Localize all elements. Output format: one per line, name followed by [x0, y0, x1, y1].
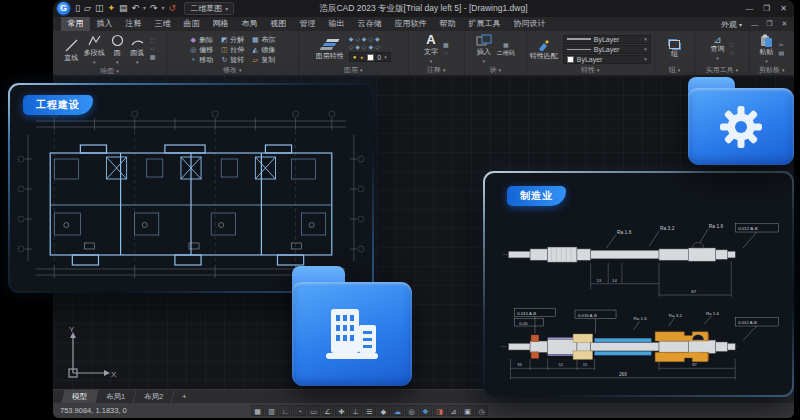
tool-explode[interactable]: ◩分解: [220, 35, 244, 44]
group-label-block[interactable]: 块 ▾: [465, 65, 526, 75]
maximize-button[interactable]: ❐: [758, 0, 775, 17]
snap-toggle-icon[interactable]: ▥: [265, 405, 278, 416]
tab-layout1[interactable]: 布局1: [95, 390, 136, 403]
lineweight-toggle-icon[interactable]: ☰: [363, 405, 376, 416]
undo-icon[interactable]: ↶: [131, 1, 139, 16]
tab-help[interactable]: 帮助: [433, 17, 462, 31]
engineering-folder[interactable]: [292, 266, 412, 386]
svg-text:87: 87: [691, 289, 697, 294]
minimize-button[interactable]: —: [741, 0, 758, 17]
tab-home[interactable]: 常用: [61, 17, 90, 31]
osnap-toggle-icon[interactable]: ▭: [307, 405, 320, 416]
group-label-annotate[interactable]: 注释 ▾: [409, 65, 464, 75]
undo-caret-icon[interactable]: ▾: [143, 1, 146, 16]
layer-tools-row[interactable]: ◆◇◆◇◆: [349, 36, 391, 43]
measure-tool[interactable]: ⊿ 查询 ▾: [711, 36, 725, 62]
layer-properties-button[interactable]: 图层特性: [316, 38, 344, 60]
tab-insert[interactable]: 插入: [90, 17, 119, 31]
tool-circle[interactable]: 圆 ▾: [110, 33, 125, 66]
group-label-group[interactable]: 组 ▾: [655, 65, 695, 75]
style-icon[interactable]: ✦: [107, 1, 115, 16]
tab-apps[interactable]: 应用软件: [388, 17, 433, 31]
svg-text:0.05: 0.05: [519, 321, 528, 326]
tool-copy[interactable]: ▱复制: [251, 55, 275, 64]
layer-dropdown[interactable]: ● ✦ 0 ▾: [349, 52, 391, 62]
tool-stretch[interactable]: ◫拉伸: [220, 45, 244, 54]
tab-view[interactable]: 视图: [264, 17, 293, 31]
color-dropdown[interactable]: ByLayer▾: [563, 55, 651, 64]
group-tool[interactable]: 组: [669, 40, 680, 58]
clipboard-extra-tools[interactable]: ✂ ▤: [778, 42, 784, 57]
group-label-modify[interactable]: 修改 ▾: [167, 65, 297, 75]
group-label-layer[interactable]: 图层 ▾: [299, 65, 408, 75]
new-file-icon[interactable]: ▯: [75, 1, 80, 16]
draw-extra-tools[interactable]: ∷ ◌ ▩: [150, 38, 156, 61]
tab-cloud[interactable]: 云存储: [351, 17, 388, 31]
quick-view-icon[interactable]: ◎: [405, 405, 418, 416]
tab-manage[interactable]: 管理: [293, 17, 322, 31]
tab-3d[interactable]: 三维: [148, 17, 177, 31]
tool-polyline[interactable]: 多段线 ▾: [84, 33, 105, 66]
tool-move[interactable]: +移动: [189, 55, 213, 64]
layer-tools-row[interactable]: ◇◆◇◆◇: [349, 44, 391, 51]
match-properties-tool[interactable]: 特性匹配: [530, 39, 558, 60]
tab-surface[interactable]: 曲面: [177, 17, 206, 31]
gstarcad-logo-icon[interactable]: G: [57, 2, 70, 15]
tab-layout2[interactable]: 布局2: [134, 390, 175, 403]
group-label-utilities[interactable]: 实用工具 ▾: [695, 65, 748, 75]
tab-annotate[interactable]: 注释: [119, 17, 148, 31]
block-extra-tools[interactable]: ▦ 二维码: [497, 42, 515, 57]
print-icon[interactable]: ▤: [119, 1, 128, 16]
tab-collab[interactable]: 协同设计: [507, 17, 552, 31]
tool-erase[interactable]: ◆删除: [189, 35, 213, 44]
tab-layout[interactable]: 布局: [235, 17, 264, 31]
close-button[interactable]: ✕: [775, 0, 792, 17]
transparency-toggle-icon[interactable]: ◆: [377, 405, 390, 416]
tool-line[interactable]: 直线: [64, 38, 79, 62]
orbit-icon[interactable]: ↺: [169, 1, 177, 16]
workspace-icon[interactable]: ❖: [419, 405, 432, 416]
grid-toggle-icon[interactable]: ▦: [251, 405, 264, 416]
tool-label: 插入: [477, 48, 491, 56]
doc-restore-button[interactable]: ❐: [763, 20, 776, 28]
appearance-menu[interactable]: 外观 ▾: [721, 19, 746, 30]
tab-mesh[interactable]: 网格: [206, 17, 235, 31]
redo-caret-icon[interactable]: ▾: [162, 1, 165, 16]
ortho-toggle-icon[interactable]: ∟: [279, 405, 292, 416]
save-icon[interactable]: ◫: [95, 1, 104, 16]
group-label-draw[interactable]: 绘图 ▾: [53, 66, 166, 76]
tab-express[interactable]: 扩展工具: [462, 17, 507, 31]
text-tool[interactable]: A 文字 ▾: [424, 33, 438, 65]
clean-screen-icon[interactable]: ▣: [461, 405, 474, 416]
tool-arc[interactable]: 圆弧 ▾: [130, 33, 145, 66]
otrack-toggle-icon[interactable]: ∠: [321, 405, 334, 416]
isolate-icon[interactable]: ⊿: [447, 405, 460, 416]
tool-mirror[interactable]: ◭镜像: [251, 45, 275, 54]
linetype-dropdown[interactable]: ByLayer▾: [563, 45, 651, 54]
annotation-scale-icon[interactable]: ◨: [433, 405, 446, 416]
group-label-clipboard[interactable]: 剪贴板 ▾: [750, 65, 794, 75]
annotate-extra-tools[interactable]: ▩ ◌: [443, 42, 449, 57]
tool-rotate[interactable]: ↻旋转: [220, 55, 244, 64]
doc-close-button[interactable]: ✕: [778, 20, 791, 28]
tool-boolean[interactable]: ▦布尔: [251, 35, 275, 44]
paste-tool[interactable]: 粘贴 ▾: [759, 34, 773, 65]
dynamic-ucs-icon[interactable]: ✚: [335, 405, 348, 416]
cloud-icon[interactable]: ☁: [391, 405, 404, 416]
doc-minimize-button[interactable]: —: [748, 21, 761, 28]
group-label-properties[interactable]: 特性 ▾: [527, 65, 654, 75]
lineweight-dropdown[interactable]: ByLayer▾: [563, 35, 651, 44]
tool-offset[interactable]: ◎偏移: [189, 45, 213, 54]
utilities-extra-tools[interactable]: ∷ ◌: [730, 42, 734, 57]
customize-icon[interactable]: ◷: [475, 405, 488, 416]
status-toggles: ▦ ▥ ∟ ◔ ▭ ∠ ✚ ⊥ ☰ ◆ ☁ ◎ ❖ ◨ ⊿ ▣ ◷: [251, 405, 488, 416]
redo-icon[interactable]: ↷: [150, 1, 158, 16]
tab-model[interactable]: 模型: [61, 390, 98, 403]
settings-folder[interactable]: [688, 77, 794, 165]
tab-output[interactable]: 输出: [322, 17, 351, 31]
insert-block-tool[interactable]: 插入 ▾: [476, 34, 492, 65]
open-file-icon[interactable]: ▱: [84, 1, 91, 16]
add-layout-button[interactable]: +: [172, 390, 198, 403]
polar-toggle-icon[interactable]: ◔: [293, 405, 306, 416]
dyn-input-icon[interactable]: ⊥: [349, 405, 362, 416]
